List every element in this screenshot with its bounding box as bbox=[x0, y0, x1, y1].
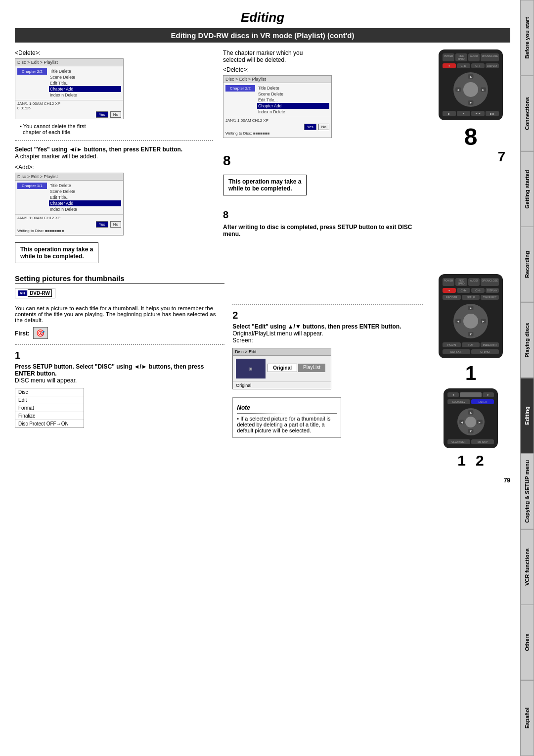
remote3-right-btn[interactable]: ► bbox=[477, 420, 483, 424]
sidebar-tabs: Before you start Connections Getting sta… bbox=[520, 0, 534, 756]
dotted-divider-5 bbox=[232, 304, 423, 305]
screen1-menu: Title Delete Scene Delete Edit Title... … bbox=[49, 68, 121, 98]
sidebar-tab-others[interactable]: Others bbox=[520, 605, 534, 680]
remote3-center[interactable] bbox=[465, 417, 476, 427]
remote-rew: ◄◄ bbox=[471, 111, 485, 116]
remote3-left-btn[interactable]: ◄ bbox=[459, 420, 465, 424]
osd-thumbnail: ▣ bbox=[236, 359, 266, 378]
menu2-item-index-delete: Index n Delete bbox=[49, 206, 121, 212]
sidebar-tab-playing-discs[interactable]: Playing discs bbox=[520, 302, 534, 378]
step2-instruction: Select "Edit" using ▲/▼ buttons, then pr… bbox=[232, 323, 423, 344]
step8b-text: After writing to disc is completed, pres… bbox=[223, 224, 412, 237]
step2-badge: 2 bbox=[232, 310, 423, 321]
remote2-btn-audio: AUDIO bbox=[468, 278, 480, 286]
page-title: Editing bbox=[15, 10, 510, 25]
step8b-badge-row: 8 bbox=[223, 209, 228, 221]
remote-btn-open: OPEN/CLOSE bbox=[481, 53, 499, 61]
remote-btn-recspd: REC SPRD bbox=[455, 53, 467, 61]
remote-up-btn[interactable]: ▲ bbox=[468, 74, 474, 79]
remote-panel-bottom: POWER REC SPRD AUDIO OPEN/CLOSE ● CH+ CH… bbox=[431, 274, 510, 469]
remote2-btn-display: DISPLAY bbox=[486, 288, 499, 293]
remote-bottom-1: POWER REC SPRD AUDIO OPEN/CLOSE ● CH+ CH… bbox=[439, 274, 503, 358]
dotted-divider-4 bbox=[15, 344, 224, 345]
remote2-btn-open: OPEN/CLOSE bbox=[481, 278, 499, 286]
remote3-down-btn[interactable]: ▼ bbox=[468, 429, 474, 433]
osd-tab-original[interactable]: Original bbox=[267, 364, 297, 372]
step8-container: 8 bbox=[223, 153, 231, 169]
middle-col-bottom: 2 Select "Edit" using ▲/▼ buttons, then … bbox=[232, 274, 423, 469]
remote-enter-btn[interactable] bbox=[463, 82, 478, 97]
step7-instruction: Select "Yes" using ◄/► buttons, then pre… bbox=[15, 146, 213, 160]
screen2-chapter: Chapter 1/1 bbox=[17, 183, 47, 189]
remote2-top-row-1: POWER REC SPRD AUDIO OPEN/CLOSE bbox=[443, 278, 499, 286]
remote2-btn-red: ● bbox=[443, 288, 456, 293]
operation-note-2: This operation may take awhile to be com… bbox=[223, 175, 307, 195]
disc-menu: Disc Edit Format Finalize Disc Protect O… bbox=[15, 388, 84, 428]
sidebar-tab-before-you-start[interactable]: Before you start bbox=[520, 0, 534, 76]
screen3-body: Chapter 2/2 Title Delete Scene Delete Ed… bbox=[223, 83, 331, 117]
screen1-chapter-area: Chapter 2/2 bbox=[17, 68, 47, 98]
sidebar-tab-editing[interactable]: Editing bbox=[520, 378, 534, 454]
sidebar-tab-connections[interactable]: Connections bbox=[520, 76, 534, 151]
remote2-num3: INDEX/TR bbox=[481, 342, 499, 347]
remote2-right-btn[interactable]: ► bbox=[481, 319, 486, 324]
menu-item-index-delete: Index n Delete bbox=[49, 92, 121, 98]
remote-btn-ch-dn: CH- bbox=[471, 63, 485, 68]
step8b-badge: 8 bbox=[223, 209, 228, 220]
main-content: Editing Editing DVD-RW discs in VR mode … bbox=[0, 0, 520, 494]
sidebar-tab-vcr-functions[interactable]: VCR functions bbox=[520, 529, 534, 605]
first-label: First: 🎯 bbox=[15, 327, 224, 339]
screen3-bottom: JAN/1 1:00AM CH12 XP Yes No Writing to D… bbox=[223, 117, 331, 138]
screen3-title: Disc > Edit > Playlist bbox=[223, 76, 331, 83]
remote2-num-row: PGDN TUT INDEX/TR bbox=[443, 342, 499, 347]
dvdrw-badge: VR DVD-RW bbox=[15, 288, 55, 298]
disc-menu-disc: Disc bbox=[15, 388, 84, 396]
menu3-chapter-add: Chapter Add bbox=[257, 103, 329, 109]
remote2-extra-row: SM-SKIP CH/NO bbox=[443, 349, 499, 354]
remote3-up-btn[interactable]: ▲ bbox=[468, 410, 474, 415]
remote-playback-row: ▶ ■ ◄◄ ▶▶ bbox=[443, 111, 499, 116]
step1-sub: DISC menu will appear. bbox=[15, 377, 77, 384]
remote-nav-circle: ▲ ▼ ◄ ► bbox=[453, 72, 488, 107]
remote-btn-power: POWER bbox=[443, 53, 454, 61]
sidebar-tab-espanol[interactable]: Español bbox=[520, 680, 534, 756]
remote2-ex1: SM-SKIP bbox=[443, 349, 470, 354]
remote2-ex2: CH/NO bbox=[471, 349, 499, 354]
remote2-up-btn[interactable]: ▲ bbox=[468, 306, 474, 310]
btn-yes-1: Yes bbox=[96, 111, 108, 118]
osd-bottom: Original bbox=[233, 381, 331, 389]
remote-btn-audio: AUDIO bbox=[468, 53, 480, 61]
menu2-item-title-delete: Title Delete bbox=[49, 183, 121, 189]
menu-item-title-delete: Title Delete bbox=[49, 68, 121, 74]
disc-menu-format: Format bbox=[15, 404, 84, 412]
osd-tab-playlist[interactable]: PlayList bbox=[298, 364, 325, 372]
screen2-body: Chapter 1/1 Title Delete Scene Delete Ed… bbox=[15, 181, 123, 214]
remote-top: POWER REC SPRD AUDIO OPEN/CLOSE ● CH+ CH… bbox=[439, 49, 503, 120]
osd-title: Disc > Edit bbox=[233, 348, 331, 356]
remote3-smsip: SM-SKIP bbox=[471, 439, 494, 444]
remote-down-btn[interactable]: ▼ bbox=[468, 100, 474, 105]
step7-text: Select "Yes" using ◄/► buttons, then pre… bbox=[15, 146, 182, 153]
screen2-btns: Yes No bbox=[17, 221, 121, 228]
remote3-clear: CLEAR/SKIP bbox=[447, 439, 470, 444]
sidebar-tab-recording[interactable]: Recording bbox=[520, 227, 534, 302]
remote-left-btn[interactable]: ◄ bbox=[455, 88, 461, 92]
remote2-left-btn[interactable]: ◄ bbox=[455, 319, 461, 324]
screen2-writing: Writing to Disc: ■■■■■■■■ bbox=[17, 228, 121, 234]
delete-label-2: <Delete>: bbox=[223, 66, 249, 73]
left-column: <Delete>: Disc > Edit > Playlist Chapter… bbox=[15, 49, 213, 266]
screen-mockup-3: Disc > Edit > Playlist Chapter 2/2 Title… bbox=[223, 75, 332, 138]
remote2-enter-btn[interactable] bbox=[463, 314, 478, 329]
sidebar-tab-getting-started[interactable]: Getting started bbox=[520, 151, 534, 227]
menu3-title-delete: Title Delete bbox=[257, 85, 329, 91]
remote-right-btn[interactable]: ► bbox=[481, 88, 486, 92]
screen3-writing: Writing to Disc: ■■■■■■■ bbox=[225, 130, 329, 137]
menu3-index-delete: Index n Delete bbox=[257, 109, 329, 115]
remote3-left: ◄ bbox=[447, 392, 459, 397]
remote2-num2: TUT bbox=[462, 342, 480, 347]
dotted-divider-1 bbox=[15, 140, 213, 141]
remote2-down-btn[interactable]: ▼ bbox=[468, 332, 474, 336]
btn-no-3: No bbox=[318, 124, 329, 130]
number-7: 7 bbox=[497, 149, 505, 165]
sidebar-tab-copying-setup[interactable]: Copying & SETUP menu bbox=[520, 454, 534, 529]
